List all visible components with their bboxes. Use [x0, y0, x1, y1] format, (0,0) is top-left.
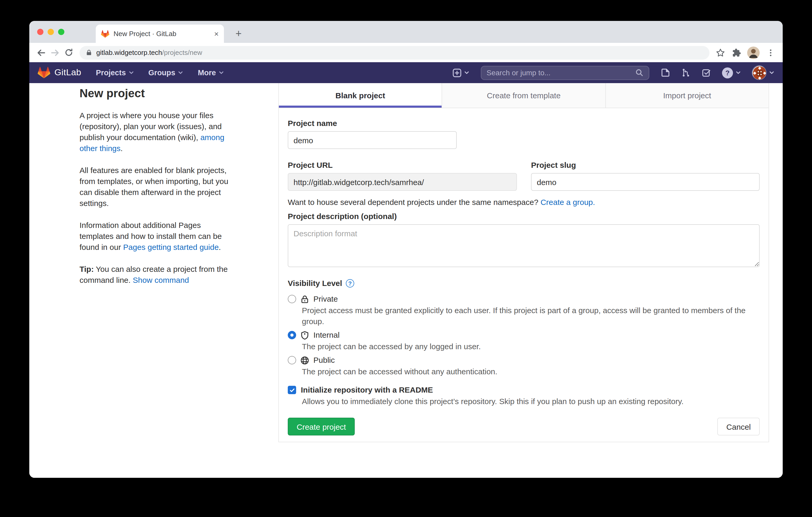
gitlab-brand-name: GitLab — [54, 67, 81, 78]
reload-icon[interactable] — [62, 46, 75, 59]
visibility-options: Private Project access must be granted e… — [288, 293, 760, 377]
project-type-tabs: Blank project Create from template Impor… — [279, 83, 768, 108]
readme-description: Allows you to immediately clone this pro… — [302, 396, 760, 407]
project-slug-input[interactable] — [531, 173, 760, 191]
browser-tab[interactable]: New Project · GitLab × — [96, 25, 224, 43]
project-description-textarea[interactable] — [288, 224, 760, 267]
project-slug-label: Project slug — [531, 160, 760, 170]
page-content: New project A project is where you house… — [29, 83, 783, 478]
nav-menu-more[interactable]: More — [198, 68, 224, 77]
cancel-button[interactable]: Cancel — [718, 418, 760, 435]
nav-menu-groups[interactable]: Groups — [148, 68, 183, 77]
private-radio[interactable] — [288, 295, 296, 303]
readme-label: Initialize repository with a README — [301, 384, 433, 396]
tab-close-icon[interactable]: × — [214, 30, 219, 38]
tab-title: New Project · GitLab — [114, 30, 210, 38]
nav-menu-projects[interactable]: Projects — [96, 68, 134, 77]
visibility-option-internal[interactable]: Internal The project can be accessed by … — [288, 329, 760, 352]
toolbar-right — [714, 46, 778, 59]
back-icon[interactable] — [34, 46, 48, 59]
visibility-level-label: Visibility Level ? — [288, 279, 760, 288]
issues-icon[interactable] — [661, 68, 670, 78]
gitlab-navbar: GitLab Projects Groups More — [29, 62, 783, 83]
visibility-help-icon[interactable]: ? — [346, 279, 354, 287]
sidebar-help-column: New project A project is where you house… — [29, 83, 278, 478]
navbar-icons: ? — [661, 65, 774, 80]
search-input[interactable] — [487, 68, 635, 77]
internal-description: The project can be accessed by any logge… — [302, 341, 760, 352]
private-label: Private — [313, 293, 338, 305]
gitlab-tanuki-logo-icon — [38, 66, 50, 79]
visibility-option-private[interactable]: Private Project access must be granted e… — [288, 293, 760, 327]
readme-checkbox[interactable] — [288, 386, 296, 394]
help-icon: ? — [722, 67, 733, 78]
chevron-down-icon — [464, 70, 469, 75]
url-domain: gitlab.widgetcorp.tech — [96, 49, 162, 57]
project-name-input[interactable] — [288, 131, 457, 149]
browser-profile-avatar[interactable] — [747, 46, 760, 59]
new-tab-button[interactable]: + — [231, 26, 246, 41]
navbar-right: ? — [453, 65, 774, 80]
url-path: /projects/new — [162, 49, 202, 57]
shield-icon — [300, 331, 309, 339]
create-project-button[interactable]: Create project — [288, 418, 355, 435]
chevron-down-icon — [178, 70, 183, 75]
help-menu[interactable]: ? — [722, 67, 741, 78]
private-description: Project access must be granted explicitl… — [302, 305, 760, 327]
form-actions: Create project Cancel — [288, 418, 760, 435]
new-menu-button[interactable] — [453, 68, 469, 77]
minimize-window-button[interactable] — [48, 29, 54, 35]
sidebar-tip: Tip: You can also create a project from … — [80, 264, 233, 285]
window-controls — [37, 29, 64, 35]
zoom-window-button[interactable] — [58, 29, 64, 35]
project-name-label: Project name — [288, 119, 760, 128]
show-command-link[interactable]: Show command — [133, 275, 189, 284]
tab-import-project[interactable]: Import project — [605, 83, 768, 108]
sidebar-paragraph: All features are enabled for blank proje… — [80, 165, 233, 209]
url-text: gitlab.widgetcorp.tech/projects/new — [96, 49, 202, 57]
chevron-down-icon — [219, 70, 224, 75]
todos-icon[interactable] — [702, 68, 711, 78]
user-avatar — [752, 65, 766, 80]
page-title: New project — [80, 86, 252, 101]
gitlab-brand[interactable]: GitLab — [38, 66, 81, 79]
visibility-option-public[interactable]: Public The project can be accessed witho… — [288, 355, 760, 377]
public-description: The project can be accessed without any … — [302, 366, 760, 377]
extensions-puzzle-icon[interactable] — [729, 46, 743, 59]
screen: New Project · GitLab × + gitlab.widgetco… — [0, 0, 812, 517]
public-radio[interactable] — [288, 356, 296, 364]
new-project-form: Project name Project URL Project slug — [279, 108, 768, 444]
pages-guide-link[interactable]: Pages getting started guide — [123, 243, 219, 251]
close-window-button[interactable] — [37, 29, 44, 35]
project-description-label: Project description (optional) — [288, 212, 760, 221]
forward-icon[interactable] — [48, 46, 62, 59]
user-menu[interactable] — [752, 65, 774, 80]
search-icon — [635, 68, 643, 77]
namespace-hint: Want to house several dependent projects… — [288, 196, 760, 208]
chevron-down-icon — [769, 70, 774, 75]
browser-toolbar: gitlab.widgetcorp.tech/projects/new — [29, 43, 783, 62]
bookmark-star-icon[interactable] — [714, 46, 727, 59]
create-a-group-link[interactable]: Create a group. — [541, 197, 595, 207]
lock-icon — [300, 295, 309, 303]
merge-request-icon[interactable] — [681, 68, 691, 78]
tab-create-from-template[interactable]: Create from template — [442, 83, 605, 108]
url-bar[interactable]: gitlab.widgetcorp.tech/projects/new — [80, 46, 709, 59]
search-box[interactable] — [481, 66, 649, 80]
browser-window: New Project · GitLab × + gitlab.widgetco… — [29, 21, 783, 478]
project-url-input[interactable] — [288, 173, 517, 191]
chevron-down-icon — [735, 70, 741, 75]
internal-radio[interactable] — [288, 331, 296, 339]
public-label: Public — [313, 355, 335, 366]
browser-tabstrip: New Project · GitLab × + — [29, 21, 783, 43]
tab-blank-project[interactable]: Blank project — [279, 83, 442, 108]
browser-menu-kebab-icon[interactable] — [764, 46, 778, 59]
new-project-pane: Blank project Create from template Impor… — [278, 83, 769, 442]
sidebar-paragraph: Information about additional Pages templ… — [80, 219, 233, 252]
plus-square-icon — [453, 68, 461, 77]
chevron-down-icon — [128, 70, 134, 75]
lock-icon — [86, 49, 92, 56]
project-url-label: Project URL — [288, 160, 517, 170]
sidebar-paragraph: A project is where you house your files … — [80, 110, 233, 154]
globe-icon — [300, 356, 309, 365]
